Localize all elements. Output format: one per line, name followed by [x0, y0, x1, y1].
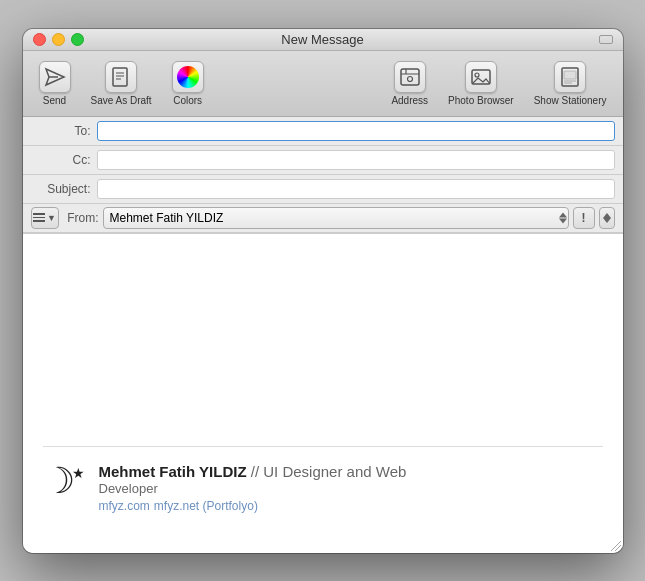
send-icon [39, 61, 71, 93]
window-title: New Message [281, 32, 363, 47]
signature-inner: ☽ ★ Mehmet Fatih YILDIZ // UI Designer a… [43, 463, 603, 513]
svg-point-9 [407, 76, 412, 81]
colors-button[interactable]: Colors [164, 57, 212, 110]
send-label: Send [43, 95, 66, 106]
stationery-button[interactable]: Show Stationery [526, 57, 615, 110]
subject-input[interactable] [97, 179, 615, 199]
titlebar: New Message [23, 29, 623, 51]
cc-label: Cc: [31, 153, 91, 167]
close-button[interactable] [33, 33, 46, 46]
compose-area[interactable]: ☽ ★ Mehmet Fatih YILDIZ // UI Designer a… [23, 233, 623, 553]
svg-line-18 [619, 549, 621, 551]
svg-rect-13 [564, 71, 576, 79]
priority-button[interactable]: ! [573, 207, 595, 229]
stationery-icon [554, 61, 586, 93]
crescent-icon: ☽ [43, 460, 75, 501]
subject-row: Subject: [23, 175, 623, 204]
name-text: Mehmet Fatih YILDIZ [99, 463, 247, 480]
photo-label: Photo Browser [448, 95, 514, 106]
draft-icon [105, 61, 137, 93]
colors-icon [172, 61, 204, 93]
signature-area: ☽ ★ Mehmet Fatih YILDIZ // UI Designer a… [43, 446, 603, 513]
address-label: Address [391, 95, 428, 106]
star-icon: ★ [72, 465, 85, 481]
menu-chevron: ▼ [47, 213, 56, 223]
arrows-button[interactable] [599, 207, 615, 229]
from-select[interactable]: Mehmet Fatih YILDIZ [103, 207, 569, 229]
from-menu-button[interactable]: ▼ [31, 207, 59, 229]
draft-label: Save As Draft [91, 95, 152, 106]
photo-browser-button[interactable]: Photo Browser [440, 57, 522, 110]
svg-rect-2 [113, 68, 127, 86]
cc-row: Cc: [23, 146, 623, 175]
menu-lines-icon [33, 213, 45, 222]
signature-separator [43, 446, 603, 447]
colors-label: Colors [173, 95, 202, 106]
cc-input[interactable] [97, 150, 615, 170]
toolbar: Send Save As Draft Colors [23, 51, 623, 117]
to-label: To: [31, 124, 91, 138]
to-row: To: [23, 117, 623, 146]
signature-links: mfyz.com mfyz.net (Portfolyo) [99, 499, 603, 513]
svg-point-11 [475, 73, 479, 77]
photo-icon [465, 61, 497, 93]
save-as-draft-button[interactable]: Save As Draft [83, 57, 160, 110]
signature-link-2[interactable]: mfyz.net (Portfolyo) [154, 499, 258, 513]
from-select-wrapper: Mehmet Fatih YILDIZ [103, 207, 569, 229]
from-label: From: [63, 211, 99, 225]
signature-link-1[interactable]: mfyz.com [99, 499, 150, 513]
signature-text-block: Mehmet Fatih YILDIZ // UI Designer and W… [99, 463, 603, 513]
resize-icon [609, 539, 623, 553]
signature-name: Mehmet Fatih YILDIZ // UI Designer and W… [99, 463, 603, 480]
resize-handle[interactable] [609, 539, 623, 553]
new-message-window: New Message Send [23, 29, 623, 553]
window-resize-indicator [599, 35, 613, 44]
form-area: To: Cc: Subject: ▼ From: [23, 117, 623, 233]
address-icon [394, 61, 426, 93]
address-button[interactable]: Address [383, 57, 436, 110]
separator-text: // UI Designer and Web [251, 463, 407, 480]
maximize-button[interactable] [71, 33, 84, 46]
signature-tagline: Developer [99, 481, 603, 496]
subject-label: Subject: [31, 182, 91, 196]
signature-icon: ☽ ★ [43, 463, 87, 507]
stationery-label: Show Stationery [534, 95, 607, 106]
minimize-button[interactable] [52, 33, 65, 46]
traffic-lights [33, 33, 84, 46]
from-row: ▼ From: Mehmet Fatih YILDIZ ! [23, 204, 623, 233]
to-input[interactable] [97, 121, 615, 141]
send-button[interactable]: Send [31, 57, 79, 110]
